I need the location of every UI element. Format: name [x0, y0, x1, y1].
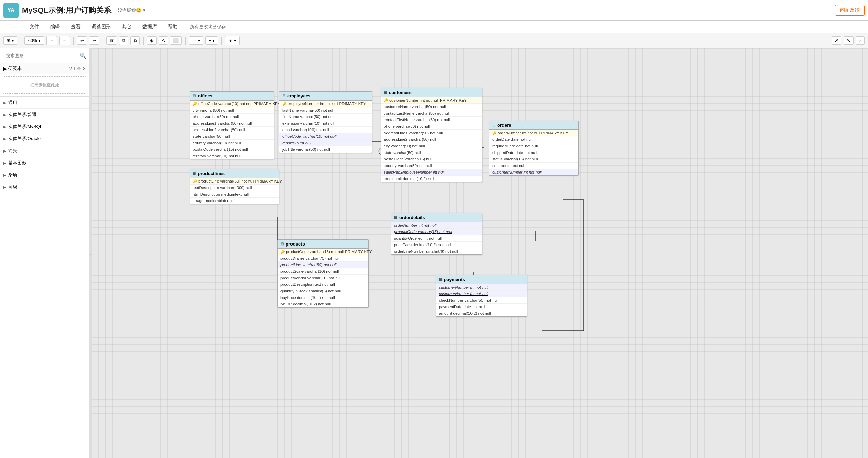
menubar: 文件 编辑 查看 调整图形 其它 数据库 帮助 所有更改均已保存	[0, 21, 868, 33]
category-er-general-header[interactable]: ▶ 实体关系/普通	[0, 109, 89, 121]
category-misc-header[interactable]: ▶ 杂项	[0, 169, 89, 181]
chevron-icon: ▶	[3, 113, 6, 117]
expand-button[interactable]: ⤡	[844, 36, 854, 45]
zoom-out-button[interactable]: －	[59, 36, 70, 45]
field-name: productName varchar(70) not null	[280, 256, 339, 260]
table-payments[interactable]: ⊟ payments customerNumber int not null c…	[436, 275, 527, 317]
notepad-drop-area[interactable]: 把元素拖至此处	[3, 76, 86, 94]
menu-view[interactable]: 查看	[69, 22, 83, 31]
field-name: city varchar(50) not null	[193, 108, 234, 112]
table-productlines[interactable]: ⊟ productlines 🔑 productLine varchar(50)…	[190, 169, 279, 204]
redo-button[interactable]: ↪	[89, 36, 99, 45]
zoom-in-button[interactable]: ＋	[46, 36, 57, 45]
table-orderdetails-body: orderNumber int not null productCode var…	[391, 222, 482, 254]
undo-button[interactable]: ↩	[77, 36, 87, 45]
table-row: checkNumber varchar(50) not null	[436, 297, 527, 304]
table-customers[interactable]: ⊟ customers 🔑 customerNumber int not nul…	[381, 88, 482, 182]
field-name: officeCode varchar(10) not null	[282, 134, 336, 138]
table-row: status varchar(15) not null	[489, 156, 578, 163]
search-input[interactable]	[3, 51, 77, 60]
notepad-section: ▶ 便笺本 ? + ✏ × 把元素拖至此处	[0, 63, 89, 97]
field-name: productScale varchar(10) not null	[280, 269, 339, 273]
table-row: customerNumber int not null	[436, 284, 527, 291]
field-name: email varchar(100) not null	[282, 128, 329, 132]
table-row: contactLastName varchar(50) not null	[381, 110, 482, 117]
field-name: paymentDate date not null	[439, 305, 485, 309]
toolbar-sep4	[143, 37, 144, 45]
table-title: products	[286, 241, 305, 247]
table-row: addressLine1 varchar(50) not null	[381, 130, 482, 136]
table-employees[interactable]: ⊟ employees 🔑 employeeNumber int not nul…	[279, 91, 372, 153]
category-basic-header[interactable]: ▶ 基本图形	[0, 157, 89, 169]
field-name: customerNumber int not null	[439, 285, 488, 289]
category-general-header[interactable]: ▶ 通用	[0, 97, 89, 108]
field-name: quantityOrdered int not null	[394, 236, 442, 240]
notepad-edit-btn[interactable]: ✏	[77, 66, 82, 71]
layout-button[interactable]: ⊞ ▾	[3, 36, 17, 45]
table-offices[interactable]: ⊟ offices 🔑 officeCode varchar(10) not n…	[190, 91, 274, 159]
table-icon: ⊟	[282, 94, 285, 98]
field-name: salesRepEmployeeNumber int null	[384, 170, 444, 174]
toolbar-sep5	[185, 37, 186, 45]
category-label: 通用	[8, 100, 17, 106]
menu-help[interactable]: 帮助	[166, 22, 180, 31]
category-arrows-header[interactable]: ▶ 箭头	[0, 145, 89, 157]
zoom-level[interactable]: 60% ▾	[24, 36, 45, 45]
pk-icon: 🔑	[384, 98, 388, 102]
canvas-area[interactable]: ⊟ offices 🔑 officeCode varchar(10) not n…	[92, 48, 868, 458]
notepad-close-btn[interactable]: ×	[83, 66, 86, 71]
category-er-mysql-header[interactable]: ▶ 实体关系/MySQL	[0, 121, 89, 133]
notepad-label: 便笺本	[8, 65, 22, 72]
table-row: country varchar(50) not null	[381, 163, 482, 169]
copy-button[interactable]: ⧉	[119, 36, 128, 45]
field-name: orderLineNumber smallint(6) not null	[394, 249, 458, 253]
menu-adjust[interactable]: 调整图形	[89, 22, 113, 31]
table-row: city varchar(50) not null	[190, 107, 274, 114]
arrow-style-button[interactable]: → ▾	[189, 36, 203, 45]
main-layout: 🔍 ▶ 便笺本 ? + ✏ × 把元素拖至此处 ▶ 通用	[0, 48, 868, 458]
add-button[interactable]: ＋ ▾	[225, 36, 240, 45]
table-row: quantityOrdered int not null	[391, 235, 482, 242]
table-row: productLine varchar(50) not null	[278, 262, 368, 268]
paste-button[interactable]: ⧉	[130, 36, 140, 45]
category-label: 杂项	[8, 172, 17, 178]
table-orderdetails[interactable]: ⊟ orderdetails orderNumber int not null …	[391, 213, 482, 255]
table-row: extension varchar(10) not null	[279, 120, 372, 127]
text-style-button[interactable]: A̲	[159, 36, 168, 45]
table-row: territory varchar(10) not null	[190, 153, 274, 159]
table-orders[interactable]: ⊟ orders 🔑 orderNumber int not null PRIM…	[489, 121, 579, 176]
field-name: orderNumber int not null PRIMARY KEY	[498, 131, 568, 135]
chevron-right-icon: ▶	[3, 66, 7, 71]
pk-icon: 🔑	[193, 102, 197, 106]
table-products[interactable]: ⊟ products 🔑 productCode varchar(15) not…	[277, 239, 369, 308]
sidebar: 🔍 ▶ 便笺本 ? + ✏ × 把元素拖至此处 ▶ 通用	[0, 48, 89, 458]
menu-other[interactable]: 其它	[120, 22, 134, 31]
category-advanced-header[interactable]: ▶ 高级	[0, 181, 89, 193]
search-box: 🔍	[0, 48, 89, 63]
notepad-help-btn[interactable]: ?	[69, 66, 72, 71]
category-arrows: ▶ 箭头	[0, 145, 89, 157]
feedback-button[interactable]: 问题反馈	[835, 5, 865, 16]
app-title: MySQL示例:用户订购关系	[22, 5, 111, 15]
table-row: postalCode varchar(15) null	[381, 156, 482, 163]
menu-edit[interactable]: 编辑	[48, 22, 62, 31]
notepad-add-btn[interactable]: +	[73, 66, 76, 71]
fullscreen-button[interactable]: ⤢	[832, 36, 841, 45]
field-name: priceEach decimal(10,2) not null	[394, 243, 451, 247]
user-nickname[interactable]: 没有昵称😀 ▾	[118, 7, 145, 13]
close-panel-button[interactable]: ×	[856, 36, 865, 45]
pk-icon: 🔑	[492, 131, 496, 135]
category-label: 箭头	[8, 148, 17, 154]
table-icon: ⊟	[193, 171, 196, 176]
menu-database[interactable]: 数据库	[140, 22, 159, 31]
fill-style-button[interactable]: ◈	[147, 36, 157, 45]
delete-button[interactable]: 🗑	[106, 36, 117, 45]
search-button[interactable]: 🔍	[80, 52, 86, 59]
waypoint-button[interactable]: ⌐ ▾	[205, 36, 218, 45]
shape-style-button[interactable]: ⬜	[170, 36, 182, 45]
notepad-header[interactable]: ▶ 便笺本 ? + ✏ ×	[0, 63, 89, 74]
saved-status: 所有更改均已保存	[190, 24, 226, 30]
menu-file[interactable]: 文件	[28, 22, 41, 31]
category-er-oracle-header[interactable]: ▶ 实体关系/Oracle	[0, 133, 89, 145]
table-row: productScale varchar(10) not null	[278, 268, 368, 275]
